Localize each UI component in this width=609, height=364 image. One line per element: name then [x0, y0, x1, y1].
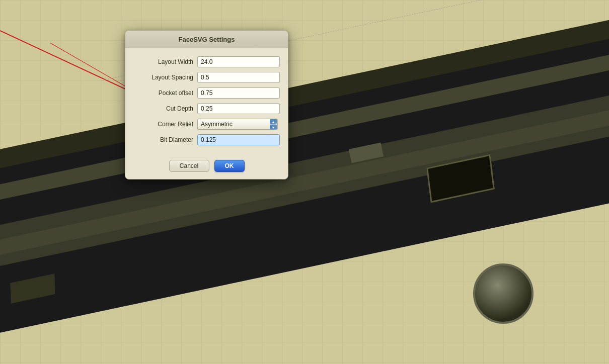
cut-depth-input[interactable] [197, 103, 280, 114]
layout-width-row: Layout Width [135, 56, 278, 67]
layout-spacing-row: Layout Spacing [135, 72, 278, 83]
pocket-offset-row: Pocket offset [135, 87, 278, 99]
ok-button[interactable]: OK [214, 160, 245, 172]
settings-dialog: FaceSVG Settings Layout Width Layout Spa… [125, 30, 288, 179]
dialog-body: Layout Width Layout Spacing Pocket offse… [125, 48, 288, 156]
cut-depth-label: Cut Depth [135, 105, 193, 112]
bit-diameter-row: Bit Diameter [135, 134, 278, 145]
corner-relief-label: Corner Relief [135, 121, 193, 128]
modal-overlay: FaceSVG Settings Layout Width Layout Spa… [0, 0, 609, 364]
cancel-button[interactable]: Cancel [169, 160, 209, 172]
dialog-title: FaceSVG Settings [179, 36, 235, 43]
corner-relief-select-wrapper: None Symmetric Asymmetric Dogbone ▲ ▼ [197, 119, 278, 130]
layout-width-label: Layout Width [135, 58, 193, 65]
layout-spacing-label: Layout Spacing [135, 74, 193, 81]
bit-diameter-label: Bit Diameter [135, 136, 193, 143]
corner-relief-row: Corner Relief None Symmetric Asymmetric … [135, 119, 278, 130]
layout-spacing-input[interactable] [197, 72, 280, 83]
layout-width-input[interactable] [197, 56, 280, 67]
corner-relief-select[interactable]: None Symmetric Asymmetric Dogbone [197, 119, 278, 130]
dialog-buttons: Cancel OK [125, 156, 288, 179]
cut-depth-row: Cut Depth [135, 103, 278, 114]
pocket-offset-input[interactable] [197, 87, 280, 99]
dialog-titlebar: FaceSVG Settings [125, 31, 288, 48]
bit-diameter-input[interactable] [197, 134, 280, 145]
pocket-offset-label: Pocket offset [135, 89, 193, 97]
